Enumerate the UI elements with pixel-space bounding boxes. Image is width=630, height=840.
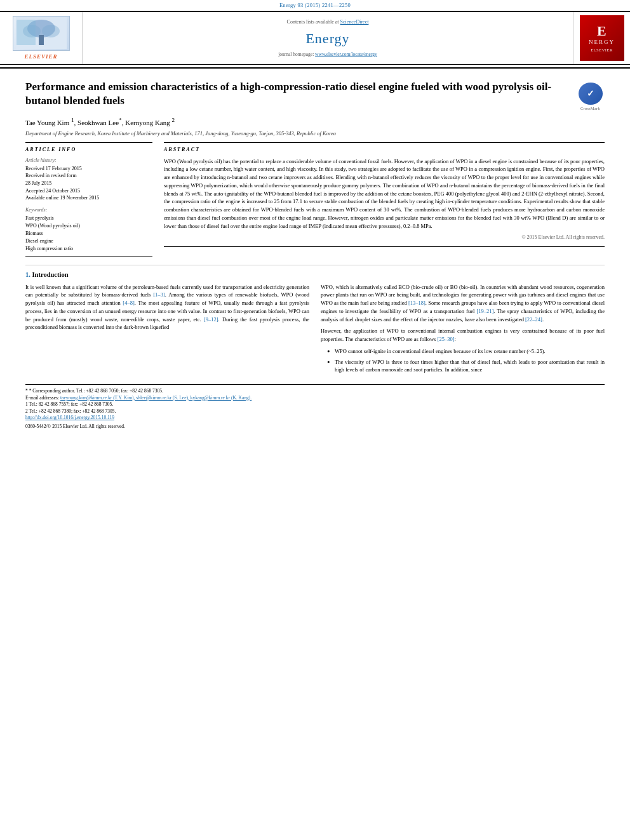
svg-point-3 — [23, 25, 41, 37]
copyright-line: © 2015 Elsevier Ltd. All rights reserved… — [164, 234, 605, 241]
intro-col-right: WPO, which is alternatively called BCO (… — [321, 283, 605, 377]
journal-homepage-line: journal homepage: www.elsevier.com/locat… — [278, 51, 377, 58]
footer-section: * * Corresponding author. Tel.: +82 42 8… — [25, 384, 605, 430]
revised-label: Received in revised form — [25, 172, 152, 180]
article-title: Performance and emission characteristics… — [25, 80, 570, 107]
article-info-column: ARTICLE INFO Article history: Received 1… — [25, 142, 152, 257]
affiliation-line: Department of Engine Research, Korea Ins… — [25, 130, 605, 138]
elsevier-logo: ELSEVIER — [13, 16, 70, 61]
journal-center-header: Contents lists available at ScienceDirec… — [83, 12, 573, 65]
author1-sup: 1 — [71, 117, 74, 123]
footer-doi-link[interactable]: http://dx.doi.org/10.1016/j.energy.2015.… — [25, 415, 605, 422]
intro-col-left: It is well known that a significant volu… — [25, 283, 309, 377]
received-date: Received 17 February 2015 — [25, 165, 152, 173]
energy-badge-letter: E — [597, 24, 607, 38]
article-title-section: Performance and emission characteristics… — [25, 75, 605, 111]
keywords-section: Keywords: Fast pyrolysis WPO (Wood pyrol… — [25, 206, 152, 253]
footer-email-line: E-mail addresses: taeyoung.kim@kimm.re.k… — [25, 395, 605, 402]
abstract-column: ABSTRACT WPO (Wood pyrolysis oil) has th… — [164, 142, 605, 257]
footer-tel1: 1 Tel.: 82 42 868 7557; fax: +82 42 868 … — [25, 401, 605, 408]
doi-bar: Energy 93 (2015) 2241—2250 — [0, 0, 630, 11]
intro-para2: WPO, which is alternatively called BCO (… — [321, 283, 605, 324]
article-history-label: Article history: — [25, 157, 152, 164]
author1: Tae Young Kim 1, Seokhwan Lee*, Kernyong… — [25, 119, 175, 126]
keyword-4: Diesel engine — [25, 237, 152, 245]
intro-para3: However, the application of WPO to conve… — [321, 327, 605, 343]
section1-title: 1. Introduction — [25, 270, 605, 280]
cite-25-30[interactable]: [25–30] — [438, 336, 455, 342]
svg-point-4 — [42, 25, 60, 37]
cite-9-12[interactable]: [9–12] — [204, 316, 218, 323]
keyword-5: High compression ratio — [25, 245, 152, 253]
keyword-2: WPO (Wood pyrolysis oil) — [25, 222, 152, 230]
cite-1-3[interactable]: [1–3] — [153, 291, 164, 298]
contents-label: Contents lists available at — [287, 19, 339, 25]
journal-logo-right: E NERGY ELSEVIER — [573, 12, 630, 65]
footer-issn: 0360-5442/© 2015 Elsevier Ltd. All right… — [25, 423, 605, 430]
crossmark-badge: ✓ CrossMark — [576, 83, 605, 111]
keyword-1: Fast pyrolysis — [25, 215, 152, 222]
cite-4-8[interactable]: [4–8] — [123, 300, 134, 306]
elsevier-wordmark: ELSEVIER — [24, 53, 57, 61]
authors-line: Tae Young Kim 1, Seokhwan Lee*, Kernyong… — [25, 116, 605, 128]
energy-badge-bottom: ELSEVIER — [591, 48, 613, 53]
available-date: Available online 19 November 2015 — [25, 194, 152, 202]
footer-tel2: 2 Tel.: +82 42 868 7380; fax: +82 42 868… — [25, 408, 605, 415]
elsevier-logo-image — [13, 16, 70, 51]
abstract-section: ABSTRACT WPO (Wood pyrolysis oil) has th… — [164, 142, 605, 246]
article-info-box: ARTICLE INFO Article history: Received 1… — [25, 142, 152, 257]
abstract-text: WPO (Wood pyrolysis oil) has the potenti… — [164, 157, 605, 230]
crossmark-label: CrossMark — [580, 106, 600, 111]
bullet-item-1: WPO cannot self-ignite in conventional d… — [327, 347, 605, 356]
abstract-title: ABSTRACT — [164, 146, 605, 153]
cite-13-18[interactable]: [13–18] — [408, 300, 426, 306]
footer-emails: taeyoung.kim@kimm.re.kr (T.Y. Kim), shle… — [60, 395, 251, 401]
energy-badge-nergy: NERGY — [589, 38, 615, 46]
journal-top-strip: ELSEVIER Contents lists available at Sci… — [0, 11, 630, 65]
cite-22-24[interactable]: [22–24] — [525, 316, 542, 323]
elsevier-tree-svg — [16, 17, 67, 49]
accepted-date: Accepted 24 October 2015 — [25, 187, 152, 195]
intro-columns: It is well known that a significant volu… — [25, 283, 605, 377]
journal-header: Energy 93 (2015) 2241—2250 ELSEVIER C — [0, 0, 630, 69]
section1-label: Introduction — [32, 271, 69, 278]
bullet-item-2: The viscosity of WPO is three to four ti… — [327, 358, 605, 375]
intro-para1: It is well known that a significant volu… — [25, 283, 309, 332]
homepage-url[interactable]: www.elsevier.com/locate/energy — [315, 51, 377, 57]
wpo-characteristics-list: WPO cannot self-ignite in conventional d… — [327, 347, 605, 374]
section1-num: 1. — [25, 271, 30, 278]
energy-badge: E NERGY ELSEVIER — [580, 15, 624, 61]
keyword-3: Biomass — [25, 230, 152, 237]
doi-text: Energy 93 (2015) 2241—2250 — [279, 2, 351, 8]
section-divider — [25, 265, 605, 265]
article-info-title: ARTICLE INFO — [25, 146, 152, 153]
footer-corresponding-text: * Corresponding author. Tel.: +82 42 868… — [29, 388, 163, 394]
footer-email-label: E-mail addresses: — [25, 395, 59, 401]
elsevier-logo-container: ELSEVIER — [0, 12, 83, 65]
footer-corresponding: * * Corresponding author. Tel.: +82 42 8… — [25, 388, 605, 395]
author2-star: * — [119, 117, 122, 123]
article-body: Performance and emission characteristics… — [0, 69, 630, 436]
author3-sup: 2 — [172, 117, 175, 123]
journal-title: Energy — [305, 29, 349, 49]
keywords-label: Keywords: — [25, 206, 152, 213]
footer-doi-anchor[interactable]: http://dx.doi.org/10.1016/j.energy.2015.… — [25, 415, 114, 420]
cite-19-21[interactable]: [19–21] — [476, 308, 493, 314]
revised-date: 28 July 2015 — [25, 180, 152, 187]
info-abstract-columns: ARTICLE INFO Article history: Received 1… — [25, 142, 605, 257]
crossmark-icon: ✓ — [579, 83, 603, 105]
science-direct-link[interactable]: ScienceDirect — [340, 19, 369, 25]
svg-rect-2 — [39, 35, 44, 45]
contents-available-line: Contents lists available at ScienceDirec… — [287, 18, 369, 25]
homepage-label: journal homepage: — [278, 51, 314, 57]
